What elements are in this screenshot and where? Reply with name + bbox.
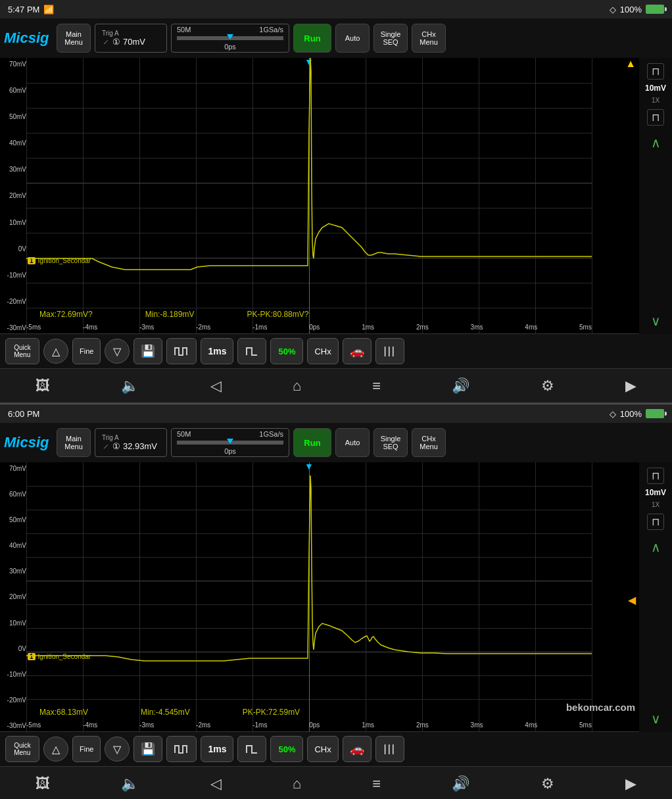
down-btn-2[interactable]: ▽ (105, 737, 130, 762)
quick-menu-btn-1[interactable]: Quick Menu (5, 338, 39, 364)
ch1-mv-value-1: 10mV (645, 84, 666, 93)
trig-box-1[interactable]: Trig A ⟋ ① 70mV (95, 24, 167, 53)
quick-menu-btn-2[interactable]: Quick Menu (5, 736, 39, 762)
chx-btn-1[interactable]: CHx (307, 338, 338, 364)
stat-max-2: Max:68.13mV (39, 708, 88, 717)
waveform-shape-icon-1[interactable]: ⊓ (647, 63, 664, 80)
time-display-1: 5:47 PM (8, 5, 39, 14)
bottom-toolbar-2: Quick Menu △ Fine ▽ 💾 1ms 50% CHx 🚗 ||| (0, 732, 672, 766)
nav-settings-1[interactable]: ⚙ (541, 377, 554, 395)
up-btn-1[interactable]: △ (43, 339, 68, 364)
x2-1ms: 1ms (362, 721, 374, 729)
battery-text-2: 100% (620, 409, 642, 419)
wave-single-btn-1[interactable] (237, 338, 266, 364)
ch-up-arrow-2[interactable]: ∧ (651, 539, 661, 555)
nav-menu-1[interactable]: ≡ (372, 377, 381, 395)
nav-vol-up-1[interactable]: 🔊 (452, 377, 469, 395)
grid-v-10 (592, 58, 592, 333)
x2-n4ms: -4ms (83, 721, 97, 729)
bars-btn-1[interactable]: ||| (375, 338, 404, 364)
nav-gallery-1[interactable]: 🖼 (36, 377, 50, 395)
right-sidebar-1: ⊓ 10mV 1X ⊓ ∧ ∨ (639, 58, 672, 334)
time-box-2[interactable]: 50M 1GSa/s 0ps (171, 428, 289, 457)
bars-btn-2[interactable]: ||| (375, 736, 404, 762)
auto-btn-1[interactable]: Auto (335, 24, 370, 53)
single-seq-btn-1[interactable]: Single SEQ (373, 24, 408, 53)
auto-btn-2[interactable]: Auto (335, 428, 370, 457)
nav-home-2[interactable]: ⌂ (293, 775, 301, 792)
single-seq-btn-2[interactable]: Single SEQ (373, 428, 408, 457)
nav-video-2[interactable]: ▶ (625, 775, 636, 792)
nav-back-2[interactable]: ◁ (210, 775, 222, 792)
x2-n3ms: -3ms (139, 721, 154, 729)
y-axis-labels-1: 70mV 60mV 50mV 40mV 30mV 20mV 10mV 0V -1… (1, 58, 26, 334)
y2-label-60: 60mV (1, 491, 26, 498)
ch-down-arrow-1[interactable]: ∨ (651, 313, 661, 329)
pct-btn-2[interactable]: 50% (270, 736, 303, 762)
pct-btn-1[interactable]: 50% (270, 338, 303, 364)
up-btn-2[interactable]: △ (43, 737, 68, 762)
waveform-shape-icon-2[interactable]: ⊓ (647, 109, 664, 126)
x-5ms: 5ms (579, 324, 592, 331)
y-label-50: 50mV (1, 113, 26, 120)
nav-settings-2[interactable]: ⚙ (541, 775, 554, 792)
y2-label-40: 40mV (1, 542, 26, 549)
fine-btn-2[interactable]: Fine (72, 736, 101, 762)
trig-icon-2: ⟋ (102, 442, 110, 451)
wave-sq-btn-2[interactable] (166, 736, 197, 762)
nav-gallery-2[interactable]: 🖼 (36, 775, 50, 792)
time-div-btn-1[interactable]: 1ms (201, 338, 233, 364)
nav-vol-up-2[interactable]: 🔊 (452, 775, 469, 792)
ch-down-arrow-2[interactable]: ∨ (651, 711, 661, 727)
nav-bar-1: 🖼 🔈 ◁ ⌂ ≡ 🔊 ⚙ ▶ (0, 368, 672, 404)
screen2: 6:00 PM ◇ 100% Micsig Main Menu Trig A ⟋… (0, 404, 672, 799)
x2-0ps: 0ps (309, 721, 320, 729)
save-btn-2[interactable]: 💾 (133, 736, 162, 762)
wifi-icon: 📶 (43, 5, 54, 14)
osc-display-2: ▼ ◀ 70mV 60mV 50mV 40mV 30mV 20mV 10mV 0… (0, 462, 672, 732)
y2-label-n30: -30mV (1, 722, 26, 729)
y-label-30: 30mV (1, 166, 26, 173)
wifi-signal-icon: ◇ (610, 5, 616, 14)
stat-pkpk-1: PK-PK:80.88mV? (247, 310, 308, 319)
run-btn-2[interactable]: Run (293, 428, 331, 457)
chx-menu-btn-2[interactable]: CHx Menu (412, 428, 446, 457)
stat-min-1: Min:-8.189mV (145, 310, 195, 319)
waveform-shape-icon-4[interactable]: ⊓ (647, 514, 664, 530)
trig-box-2[interactable]: Trig A ⟋ ① 32.93mV (95, 428, 167, 457)
trig-label-2: Trig A (102, 434, 119, 441)
x2-n5ms: -5ms (26, 721, 41, 729)
x-n3ms: -3ms (139, 324, 154, 331)
chx-menu-btn-1[interactable]: CHx Menu (412, 24, 446, 53)
nav-vol-down-1[interactable]: 🔈 (121, 377, 139, 395)
fine-btn-1[interactable]: Fine (72, 338, 101, 364)
time-box-1[interactable]: 50M 1GSa/s 0ps (171, 24, 289, 53)
run-btn-1[interactable]: Run (293, 24, 331, 53)
down-btn-1[interactable]: ▽ (105, 339, 130, 364)
x-axis-labels-1: -5ms -4ms -3ms -2ms -1ms 0ps 1ms 2ms 3ms… (26, 324, 592, 331)
y2-label-20: 20mV (1, 593, 26, 600)
nav-menu-2[interactable]: ≡ (372, 775, 381, 792)
nav-video-1[interactable]: ▶ (625, 377, 636, 395)
main-menu-btn-2[interactable]: Main Menu (57, 428, 91, 457)
wave-sq-btn-1[interactable] (166, 338, 197, 364)
nav-back-1[interactable]: ◁ (210, 377, 222, 395)
nav-home-1[interactable]: ⌂ (293, 377, 301, 395)
time-offset-1: 0ps (224, 43, 236, 51)
x2-n1ms: -1ms (252, 721, 267, 729)
y2-label-70: 70mV (1, 465, 26, 472)
y-label-n10: -10mV (1, 272, 26, 279)
car-btn-1[interactable]: 🚗 (343, 338, 372, 364)
nav-vol-down-2[interactable]: 🔈 (121, 775, 139, 792)
time-div-btn-2[interactable]: 1ms (201, 736, 233, 762)
grid2-v-10 (592, 462, 592, 731)
logo-1: Micsig (4, 30, 50, 47)
chx-btn-2[interactable]: CHx (307, 736, 338, 762)
trig-val-2: 32.93mV (123, 441, 157, 451)
save-btn-1[interactable]: 💾 (133, 338, 162, 364)
main-menu-btn-1[interactable]: Main Menu (57, 24, 91, 53)
wave-single-btn-2[interactable] (237, 736, 266, 762)
car-btn-2[interactable]: 🚗 (343, 736, 372, 762)
waveform-shape-icon-3[interactable]: ⊓ (647, 468, 664, 484)
ch-up-arrow-1[interactable]: ∧ (651, 135, 661, 151)
